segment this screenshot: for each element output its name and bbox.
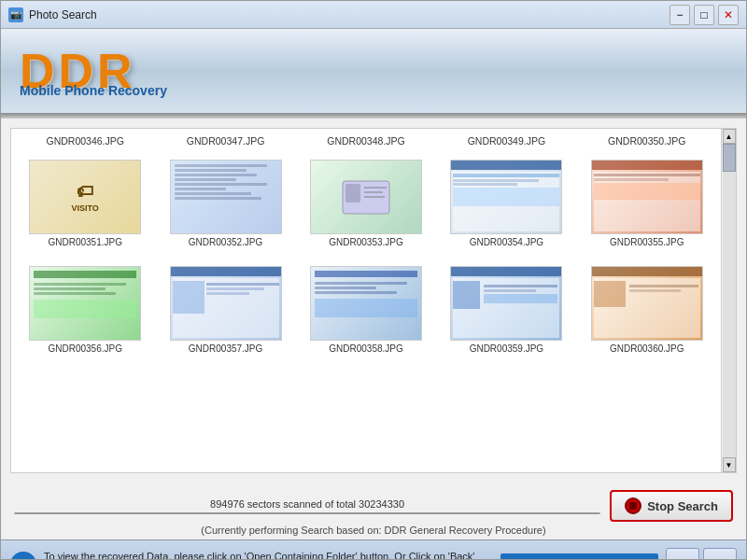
divider <box>1 113 746 119</box>
scroll-thumb[interactable] <box>723 144 736 172</box>
photo-cell-355[interactable]: GNDR00355.JPG <box>577 153 717 252</box>
photo-cell-359[interactable]: GNDR00359.JPG <box>436 259 576 358</box>
progress-area: 894976 sectors scanned of total 30234330… <box>1 483 746 539</box>
svg-rect-1 <box>345 184 360 203</box>
website-badge: PenDriveRecovery.org <box>500 553 658 561</box>
photo-cell-358[interactable]: GNDR00358.JPG <box>296 259 436 358</box>
status-message: To view the recovered Data, please click… <box>44 550 493 560</box>
photo-thumb-355 <box>591 160 703 234</box>
scroll-down-arrow[interactable]: ▼ <box>723 457 736 472</box>
main-panel: GNDR00346.JPG GNDR00347.JPG GNDR00348.JP… <box>10 128 737 473</box>
status-bar: i To view the recovered Data, please cli… <box>1 539 746 560</box>
photo-cell-352[interactable]: GNDR00352.JPG <box>155 153 295 252</box>
progress-bar-container <box>14 512 600 514</box>
scrollbar[interactable]: ▲ ▼ <box>721 129 736 472</box>
stop-search-button[interactable]: Stop Search <box>610 490 733 522</box>
stop-icon-inner <box>629 502 637 510</box>
scroll-track <box>723 144 736 457</box>
photo-label-354: GNDR00354.JPG <box>470 237 543 247</box>
header: DDR Mobile Phone Recovery <box>1 29 746 113</box>
photo-thumb-356 <box>29 266 141 341</box>
info-icon: i <box>10 552 36 561</box>
photo-label-352: GNDR00352.JPG <box>189 237 262 247</box>
photo-cell-354[interactable]: GNDR00354.JPG <box>436 153 576 252</box>
nav-buttons: ◀ ▶ <box>666 548 737 561</box>
id-card-svg <box>338 176 394 218</box>
photo-grid-row3: GNDR00356.JPG <box>11 256 721 362</box>
stop-button-label: Stop Search <box>647 499 718 513</box>
photo-label-355: GNDR00355.JPG <box>610 237 684 247</box>
app-subtitle: Mobile Phone Recovery <box>20 83 167 98</box>
photo-label-358: GNDR00358.JPG <box>329 343 402 354</box>
photo-label-357: GNDR00357.JPG <box>189 343 262 354</box>
progress-row: 894976 sectors scanned of total 30234330… <box>14 490 733 522</box>
col-label-3: GNDR00349.JPG <box>436 133 576 149</box>
grid-header-row1: GNDR00346.JPG GNDR00347.JPG GNDR00348.JP… <box>11 129 721 149</box>
maximize-button[interactable]: □ <box>694 5 714 25</box>
photo-cell-360[interactable]: GNDR00360.JPG <box>577 259 717 358</box>
next-button[interactable]: ▶ <box>703 548 737 561</box>
photo-thumb-360 <box>591 266 703 341</box>
stop-icon <box>625 497 641 514</box>
close-button[interactable]: ✕ <box>718 5 739 25</box>
title-bar: 📷 Photo Search − □ ✕ <box>1 1 746 29</box>
col-label-0: GNDR00346.JPG <box>15 133 155 149</box>
photo-cell-356[interactable]: GNDR00356.JPG <box>15 259 155 358</box>
photo-thumb-354 <box>450 160 562 234</box>
photo-cell-357[interactable]: GNDR00357.JPG <box>155 259 295 358</box>
scan-text: 894976 sectors scanned of total 30234330 <box>14 498 600 510</box>
photo-label-359: GNDR00359.JPG <box>470 343 543 354</box>
photo-label-353: GNDR00353.JPG <box>329 237 402 247</box>
photo-thumb-359 <box>450 266 562 341</box>
photo-label-360: GNDR00360.JPG <box>610 343 684 354</box>
photo-grid-row2: 🏷 VISITO GNDR00351.JPG GND <box>11 149 721 256</box>
photo-thumb-351: 🏷 VISITO <box>29 160 141 234</box>
photo-cell-351[interactable]: 🏷 VISITO GNDR00351.JPG <box>15 153 155 252</box>
photo-thumb-358 <box>310 266 422 341</box>
back-button[interactable]: ◀ <box>666 548 699 561</box>
title-bar-text: Photo Search <box>29 8 669 21</box>
col-label-1: GNDR00347.JPG <box>155 133 295 149</box>
photo-thumb-357 <box>170 266 282 341</box>
procedure-text: (Currently performing Search based on: D… <box>201 525 545 536</box>
photo-label-351: GNDR00351.JPG <box>48 237 121 247</box>
app-icon: 📷 <box>8 7 23 22</box>
photo-cell-353[interactable]: GNDR00353.JPG <box>296 153 436 252</box>
photo-thumb-353 <box>310 160 422 234</box>
title-bar-controls: − □ ✕ <box>669 5 739 25</box>
photo-label-356: GNDR00356.JPG <box>48 343 121 354</box>
col-label-4: GNDR00350.JPG <box>577 133 717 149</box>
scroll-up-arrow[interactable]: ▲ <box>723 129 736 144</box>
minimize-button[interactable]: − <box>669 5 690 25</box>
photo-thumb-352 <box>170 160 282 234</box>
col-label-2: GNDR00348.JPG <box>296 133 436 149</box>
